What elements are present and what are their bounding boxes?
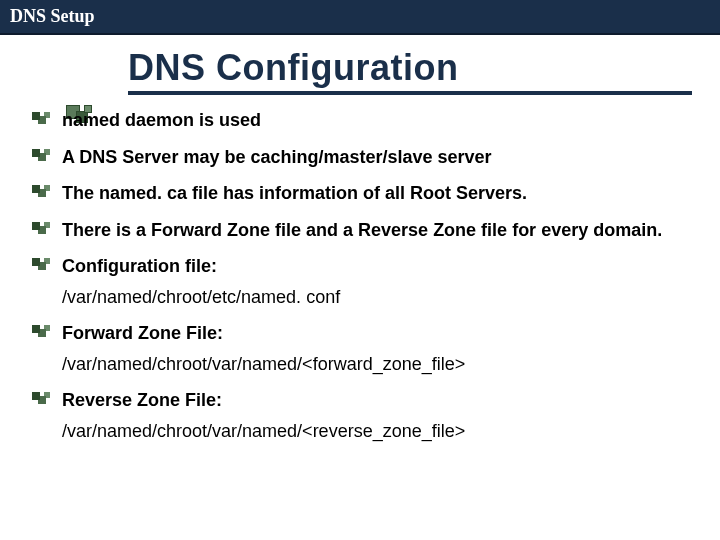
list-item: Reverse Zone File: [28, 389, 692, 412]
list-item: named daemon is used [28, 109, 692, 132]
bullet-text: Forward Zone File: [62, 323, 223, 343]
bullet-text: named daemon is used [62, 110, 261, 130]
bullet-subtext: /var/named/chroot/var/named/<reverse_zon… [62, 421, 465, 441]
list-item: The named. ca file has information of al… [28, 182, 692, 205]
list-item: There is a Forward Zone file and a Rever… [28, 219, 692, 242]
bullet-list: named daemon is used A DNS Server may be… [28, 109, 692, 442]
list-item: A DNS Server may be caching/master/slave… [28, 146, 692, 169]
bullet-subtext: /var/named/chroot/etc/named. conf [62, 287, 340, 307]
list-item-sub: /var/named/chroot/var/named/<reverse_zon… [28, 420, 692, 443]
slide-header: DNS Setup [0, 0, 720, 35]
bullet-text: There is a Forward Zone file and a Rever… [62, 220, 662, 240]
list-item-sub: /var/named/chroot/var/named/<forward_zon… [28, 353, 692, 376]
list-item: Configuration file: [28, 255, 692, 278]
header-label: DNS Setup [10, 6, 95, 26]
bullet-text: The named. ca file has information of al… [62, 183, 527, 203]
bullet-text: A DNS Server may be caching/master/slave… [62, 147, 492, 167]
title-block: DNS Configuration [28, 47, 692, 95]
title-underline [128, 91, 692, 95]
bullet-text: Reverse Zone File: [62, 390, 222, 410]
slide-content: DNS Configuration named daemon is used A… [0, 35, 720, 466]
slide-title: DNS Configuration [128, 47, 692, 89]
list-item-sub: /var/named/chroot/etc/named. conf [28, 286, 692, 309]
bullet-text: Configuration file: [62, 256, 217, 276]
bullet-subtext: /var/named/chroot/var/named/<forward_zon… [62, 354, 465, 374]
list-item: Forward Zone File: [28, 322, 692, 345]
